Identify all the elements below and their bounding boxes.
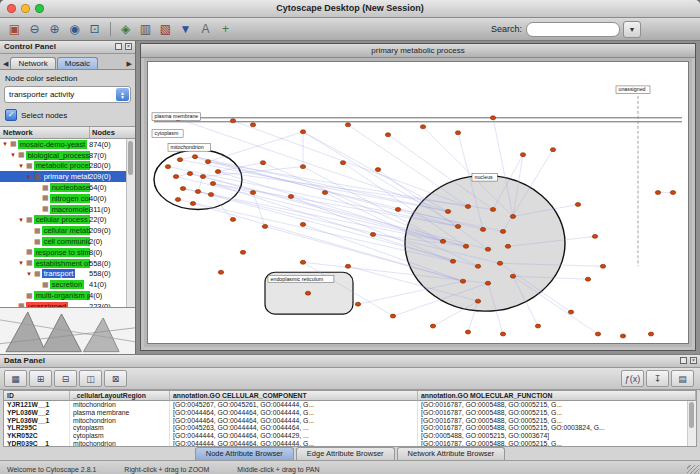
network-node[interactable] xyxy=(463,244,468,248)
network-node[interactable] xyxy=(240,250,245,254)
network-node[interactable] xyxy=(455,131,460,135)
tree-row[interactable]: ▦nitrogen compo40(0) xyxy=(0,193,127,204)
float-panel-icon[interactable] xyxy=(115,43,122,50)
table-row[interactable]: YJR121W__1mitochondrion[GO:0045267, GO:0… xyxy=(4,401,696,409)
network-canvas[interactable]: plasma membranecytoplasmmitochondrionnuc… xyxy=(147,61,689,344)
tree-row[interactable]: ▼▦cellular process22(0) xyxy=(0,215,127,226)
table-scrollbar-thumb[interactable] xyxy=(689,402,694,428)
network-node[interactable] xyxy=(300,130,305,134)
network-node[interactable] xyxy=(370,232,375,236)
zoom-fit-button[interactable]: ⊡ xyxy=(85,20,104,38)
network-node[interactable] xyxy=(390,314,395,318)
network-view-titlebar[interactable]: primary metabolic process xyxy=(141,44,695,58)
tree-row[interactable]: ▼▦mosaic-demo-yeast874(0) xyxy=(0,139,127,150)
table-cell[interactable]: mitochondrion xyxy=(70,417,170,425)
network-node[interactable] xyxy=(465,204,470,208)
table-cell[interactable]: YDR039C__1 xyxy=(4,440,70,447)
network-node[interactable] xyxy=(190,202,195,206)
network-node[interactable] xyxy=(250,191,255,195)
table-cell[interactable]: [GO:0016787, GO:0005488, GO:0005215, G..… xyxy=(418,401,696,409)
column-header-id[interactable]: ID xyxy=(4,391,70,401)
network-node[interactable] xyxy=(177,158,182,162)
network-node[interactable] xyxy=(230,119,235,123)
tree-row[interactable]: ▦response to stimu8(0) xyxy=(0,247,127,258)
network-node[interactable] xyxy=(550,148,555,152)
network-node[interactable] xyxy=(260,161,265,165)
network-node[interactable] xyxy=(485,281,490,285)
table-cell[interactable]: cytoplasm xyxy=(70,432,170,440)
network-node[interactable] xyxy=(192,155,197,159)
network-node[interactable] xyxy=(215,170,220,174)
network-node[interactable] xyxy=(175,198,180,202)
network-node[interactable] xyxy=(395,207,400,211)
network-node[interactable] xyxy=(500,229,505,233)
network-node[interactable] xyxy=(595,332,600,336)
table-cell[interactable]: [GO:0016787, GO:0005488, GO:0005215, GO:… xyxy=(418,424,696,432)
table-cell[interactable]: [GO:0044464, GO:0044464, GO:0044444, G..… xyxy=(170,409,418,417)
table-cell[interactable]: [GO:0016787, GO:0005488, GO:0005215, G..… xyxy=(418,440,696,447)
table-cell[interactable]: [GO:0016787, GO:0005488, GO:0005215, G..… xyxy=(418,409,696,417)
tree-row[interactable]: ▼▦metabolic process280(0) xyxy=(0,161,127,172)
table-cell[interactable]: mitochondrion xyxy=(70,440,170,447)
network-node[interactable] xyxy=(300,260,305,264)
tab-network[interactable]: Network xyxy=(10,57,55,69)
network-node[interactable] xyxy=(475,299,480,303)
open-attributes-folder-button[interactable]: ▤ xyxy=(671,370,694,387)
table-row[interactable]: YPL036W__2plasma membrane[GO:0044464, GO… xyxy=(4,409,696,417)
network-node[interactable] xyxy=(480,227,485,231)
network-node[interactable] xyxy=(300,165,305,169)
network-graph[interactable]: plasma membranecytoplasmmitochondrionnuc… xyxy=(148,62,688,343)
search-input[interactable] xyxy=(526,22,620,37)
network-node[interactable] xyxy=(305,291,310,295)
select-attributes-button[interactable]: ▦ xyxy=(4,370,27,387)
network-node[interactable] xyxy=(620,334,625,338)
network-node[interactable] xyxy=(670,191,675,195)
birdseye-view[interactable] xyxy=(0,307,135,354)
table-cell[interactable]: YLR295C xyxy=(4,424,70,432)
network-node[interactable] xyxy=(180,187,185,191)
tab-node-attribute-browser[interactable]: Node Attribute Browser xyxy=(195,447,294,460)
tree-row[interactable]: ▦multi-organism pro4(0) xyxy=(0,290,127,301)
close-data-panel-icon[interactable]: × xyxy=(690,357,697,364)
table-cell[interactable]: [GO:0016787, GO:0005488, GO:0005215, G..… xyxy=(418,417,696,425)
table-cell[interactable]: plasma membrane xyxy=(70,409,170,417)
filter-button[interactable]: ▼ xyxy=(176,20,195,38)
vizmapper-button[interactable]: ▧ xyxy=(156,20,175,38)
network-node[interactable] xyxy=(510,274,515,278)
network-node[interactable] xyxy=(385,133,390,137)
network-node[interactable] xyxy=(497,261,502,265)
layout-button[interactable]: ▥ xyxy=(136,20,155,38)
network-node[interactable] xyxy=(465,330,470,334)
open-session-button[interactable]: ▣ xyxy=(5,20,24,38)
column-header-1[interactable]: _cellularLayoutRegion xyxy=(70,391,170,401)
table-cell[interactable]: [GO:0044444, GO:0044464, GO:0044444, G..… xyxy=(170,440,418,447)
table-row[interactable]: YPL036W__1mitochondrion[GO:0044464, GO:0… xyxy=(4,417,696,425)
tree-row[interactable]: ▼▦transport558(0) xyxy=(0,269,127,280)
tree-expand-icon[interactable]: ▼ xyxy=(26,174,34,180)
table-cell[interactable]: [GO:0045267, GO:0045261, GO:0044444, G..… xyxy=(170,401,418,409)
tree-expand-icon[interactable]: ▼ xyxy=(26,271,34,277)
zoom-window-button[interactable] xyxy=(35,4,44,13)
table-scrollbar[interactable] xyxy=(687,401,696,446)
table-row[interactable]: YLR295Ccytoplasm[GO:0045263, GO:0044444,… xyxy=(4,424,696,432)
trash-button[interactable]: ⊠ xyxy=(104,370,127,387)
node-color-combobox[interactable]: transporter activity ▲▼ xyxy=(4,86,131,103)
network-node[interactable] xyxy=(165,165,170,169)
match-attribute-button[interactable]: ◫ xyxy=(79,370,102,387)
network-node[interactable] xyxy=(445,209,450,213)
tab-scroll-left-icon[interactable]: ◀ xyxy=(1,60,10,69)
column-header-2[interactable]: annotation.GO CELLULAR_COMPONENT xyxy=(170,391,418,401)
network-node[interactable] xyxy=(500,332,505,336)
network-node[interactable] xyxy=(230,217,235,221)
column-header-3[interactable]: annotation.GO MOLECULAR_FUNCTION xyxy=(418,391,696,401)
close-panel-icon[interactable]: × xyxy=(125,43,132,50)
network-node[interactable] xyxy=(205,160,210,164)
tab-scroll-right-icon[interactable]: ▶ xyxy=(125,60,134,69)
network-node[interactable] xyxy=(430,324,435,328)
network-node[interactable] xyxy=(200,175,205,179)
tree-expand-icon[interactable]: ▼ xyxy=(10,152,18,158)
network-node[interactable] xyxy=(585,277,590,281)
network-node[interactable] xyxy=(262,224,267,228)
network-node[interactable] xyxy=(490,116,495,120)
select-nodes-checkbox[interactable]: ✓ xyxy=(5,109,17,121)
